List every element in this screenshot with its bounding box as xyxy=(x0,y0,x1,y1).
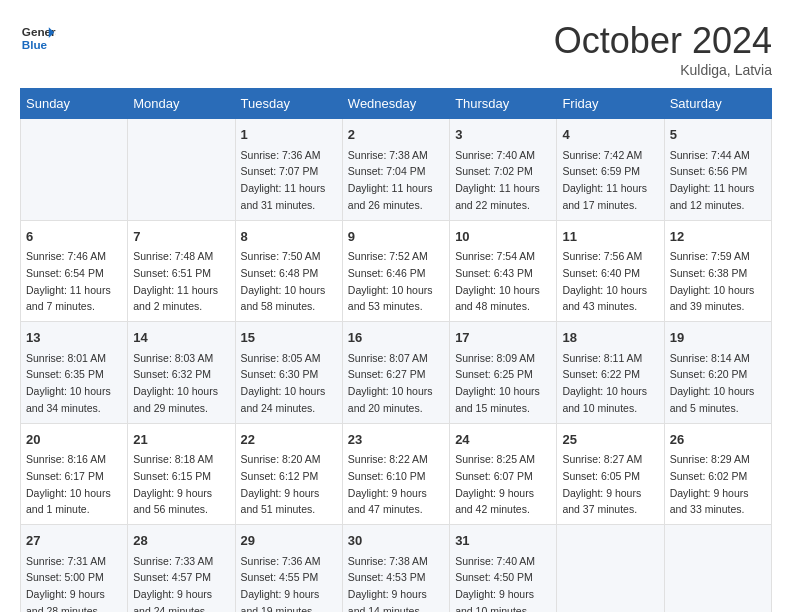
calendar-cell: 21Sunrise: 8:18 AMSunset: 6:15 PMDayligh… xyxy=(128,423,235,525)
day-info: Sunrise: 8:18 AMSunset: 6:15 PMDaylight:… xyxy=(133,453,213,515)
logo-icon: General Blue xyxy=(20,20,56,56)
day-info: Sunrise: 7:59 AMSunset: 6:38 PMDaylight:… xyxy=(670,250,755,312)
day-number: 3 xyxy=(455,125,551,145)
day-info: Sunrise: 8:20 AMSunset: 6:12 PMDaylight:… xyxy=(241,453,321,515)
day-number: 18 xyxy=(562,328,658,348)
calendar-cell: 15Sunrise: 8:05 AMSunset: 6:30 PMDayligh… xyxy=(235,322,342,424)
calendar-cell: 14Sunrise: 8:03 AMSunset: 6:32 PMDayligh… xyxy=(128,322,235,424)
calendar-cell: 24Sunrise: 8:25 AMSunset: 6:07 PMDayligh… xyxy=(450,423,557,525)
calendar-cell: 13Sunrise: 8:01 AMSunset: 6:35 PMDayligh… xyxy=(21,322,128,424)
page-header: General Blue October 2024 Kuldiga, Latvi… xyxy=(20,20,772,78)
svg-text:Blue: Blue xyxy=(22,38,48,51)
day-number: 7 xyxy=(133,227,229,247)
calendar-cell: 1Sunrise: 7:36 AMSunset: 7:07 PMDaylight… xyxy=(235,119,342,221)
calendar-week-4: 20Sunrise: 8:16 AMSunset: 6:17 PMDayligh… xyxy=(21,423,772,525)
calendar-cell: 29Sunrise: 7:36 AMSunset: 4:55 PMDayligh… xyxy=(235,525,342,613)
day-info: Sunrise: 8:11 AMSunset: 6:22 PMDaylight:… xyxy=(562,352,647,414)
calendar-cell: 27Sunrise: 7:31 AMSunset: 5:00 PMDayligh… xyxy=(21,525,128,613)
calendar-cell: 20Sunrise: 8:16 AMSunset: 6:17 PMDayligh… xyxy=(21,423,128,525)
calendar-cell: 16Sunrise: 8:07 AMSunset: 6:27 PMDayligh… xyxy=(342,322,449,424)
day-number: 10 xyxy=(455,227,551,247)
calendar-cell: 30Sunrise: 7:38 AMSunset: 4:53 PMDayligh… xyxy=(342,525,449,613)
month-title: October 2024 xyxy=(554,20,772,62)
day-info: Sunrise: 7:56 AMSunset: 6:40 PMDaylight:… xyxy=(562,250,647,312)
calendar-cell: 7Sunrise: 7:48 AMSunset: 6:51 PMDaylight… xyxy=(128,220,235,322)
day-number: 13 xyxy=(26,328,122,348)
weekday-header-row: SundayMondayTuesdayWednesdayThursdayFrid… xyxy=(21,89,772,119)
day-number: 31 xyxy=(455,531,551,551)
day-number: 29 xyxy=(241,531,337,551)
calendar-week-5: 27Sunrise: 7:31 AMSunset: 5:00 PMDayligh… xyxy=(21,525,772,613)
calendar-cell: 11Sunrise: 7:56 AMSunset: 6:40 PMDayligh… xyxy=(557,220,664,322)
calendar-cell xyxy=(557,525,664,613)
day-number: 25 xyxy=(562,430,658,450)
day-info: Sunrise: 7:48 AMSunset: 6:51 PMDaylight:… xyxy=(133,250,218,312)
calendar-cell: 19Sunrise: 8:14 AMSunset: 6:20 PMDayligh… xyxy=(664,322,771,424)
day-info: Sunrise: 7:40 AMSunset: 4:50 PMDaylight:… xyxy=(455,555,535,613)
calendar-cell: 10Sunrise: 7:54 AMSunset: 6:43 PMDayligh… xyxy=(450,220,557,322)
day-number: 6 xyxy=(26,227,122,247)
day-info: Sunrise: 8:25 AMSunset: 6:07 PMDaylight:… xyxy=(455,453,535,515)
day-number: 21 xyxy=(133,430,229,450)
calendar-week-3: 13Sunrise: 8:01 AMSunset: 6:35 PMDayligh… xyxy=(21,322,772,424)
day-info: Sunrise: 8:22 AMSunset: 6:10 PMDaylight:… xyxy=(348,453,428,515)
day-info: Sunrise: 8:16 AMSunset: 6:17 PMDaylight:… xyxy=(26,453,111,515)
day-number: 12 xyxy=(670,227,766,247)
day-number: 17 xyxy=(455,328,551,348)
day-info: Sunrise: 7:40 AMSunset: 7:02 PMDaylight:… xyxy=(455,149,540,211)
day-info: Sunrise: 7:31 AMSunset: 5:00 PMDaylight:… xyxy=(26,555,106,613)
day-number: 19 xyxy=(670,328,766,348)
day-info: Sunrise: 8:01 AMSunset: 6:35 PMDaylight:… xyxy=(26,352,111,414)
logo: General Blue xyxy=(20,20,56,56)
weekday-header-thursday: Thursday xyxy=(450,89,557,119)
day-number: 9 xyxy=(348,227,444,247)
weekday-header-saturday: Saturday xyxy=(664,89,771,119)
day-info: Sunrise: 7:52 AMSunset: 6:46 PMDaylight:… xyxy=(348,250,433,312)
day-number: 26 xyxy=(670,430,766,450)
calendar-cell: 4Sunrise: 7:42 AMSunset: 6:59 PMDaylight… xyxy=(557,119,664,221)
day-info: Sunrise: 8:27 AMSunset: 6:05 PMDaylight:… xyxy=(562,453,642,515)
day-number: 30 xyxy=(348,531,444,551)
calendar-cell: 25Sunrise: 8:27 AMSunset: 6:05 PMDayligh… xyxy=(557,423,664,525)
day-info: Sunrise: 8:09 AMSunset: 6:25 PMDaylight:… xyxy=(455,352,540,414)
day-number: 16 xyxy=(348,328,444,348)
calendar-cell: 22Sunrise: 8:20 AMSunset: 6:12 PMDayligh… xyxy=(235,423,342,525)
day-number: 15 xyxy=(241,328,337,348)
calendar-cell: 18Sunrise: 8:11 AMSunset: 6:22 PMDayligh… xyxy=(557,322,664,424)
day-info: Sunrise: 7:44 AMSunset: 6:56 PMDaylight:… xyxy=(670,149,755,211)
calendar-cell xyxy=(128,119,235,221)
day-info: Sunrise: 8:07 AMSunset: 6:27 PMDaylight:… xyxy=(348,352,433,414)
calendar-cell: 12Sunrise: 7:59 AMSunset: 6:38 PMDayligh… xyxy=(664,220,771,322)
weekday-header-monday: Monday xyxy=(128,89,235,119)
day-info: Sunrise: 7:46 AMSunset: 6:54 PMDaylight:… xyxy=(26,250,111,312)
day-info: Sunrise: 8:05 AMSunset: 6:30 PMDaylight:… xyxy=(241,352,326,414)
day-info: Sunrise: 7:36 AMSunset: 7:07 PMDaylight:… xyxy=(241,149,326,211)
day-number: 2 xyxy=(348,125,444,145)
calendar-cell: 6Sunrise: 7:46 AMSunset: 6:54 PMDaylight… xyxy=(21,220,128,322)
calendar-cell xyxy=(664,525,771,613)
day-number: 28 xyxy=(133,531,229,551)
day-info: Sunrise: 7:54 AMSunset: 6:43 PMDaylight:… xyxy=(455,250,540,312)
calendar-cell: 23Sunrise: 8:22 AMSunset: 6:10 PMDayligh… xyxy=(342,423,449,525)
day-info: Sunrise: 8:14 AMSunset: 6:20 PMDaylight:… xyxy=(670,352,755,414)
day-number: 23 xyxy=(348,430,444,450)
day-info: Sunrise: 8:03 AMSunset: 6:32 PMDaylight:… xyxy=(133,352,218,414)
day-info: Sunrise: 8:29 AMSunset: 6:02 PMDaylight:… xyxy=(670,453,750,515)
day-number: 22 xyxy=(241,430,337,450)
day-info: Sunrise: 7:50 AMSunset: 6:48 PMDaylight:… xyxy=(241,250,326,312)
day-number: 14 xyxy=(133,328,229,348)
calendar-cell: 3Sunrise: 7:40 AMSunset: 7:02 PMDaylight… xyxy=(450,119,557,221)
day-number: 5 xyxy=(670,125,766,145)
calendar-week-2: 6Sunrise: 7:46 AMSunset: 6:54 PMDaylight… xyxy=(21,220,772,322)
day-info: Sunrise: 7:33 AMSunset: 4:57 PMDaylight:… xyxy=(133,555,213,613)
calendar-cell: 17Sunrise: 8:09 AMSunset: 6:25 PMDayligh… xyxy=(450,322,557,424)
location: Kuldiga, Latvia xyxy=(554,62,772,78)
day-info: Sunrise: 7:36 AMSunset: 4:55 PMDaylight:… xyxy=(241,555,321,613)
calendar-cell: 31Sunrise: 7:40 AMSunset: 4:50 PMDayligh… xyxy=(450,525,557,613)
day-info: Sunrise: 7:38 AMSunset: 4:53 PMDaylight:… xyxy=(348,555,428,613)
weekday-header-friday: Friday xyxy=(557,89,664,119)
day-number: 20 xyxy=(26,430,122,450)
day-number: 4 xyxy=(562,125,658,145)
day-info: Sunrise: 7:38 AMSunset: 7:04 PMDaylight:… xyxy=(348,149,433,211)
calendar-cell xyxy=(21,119,128,221)
